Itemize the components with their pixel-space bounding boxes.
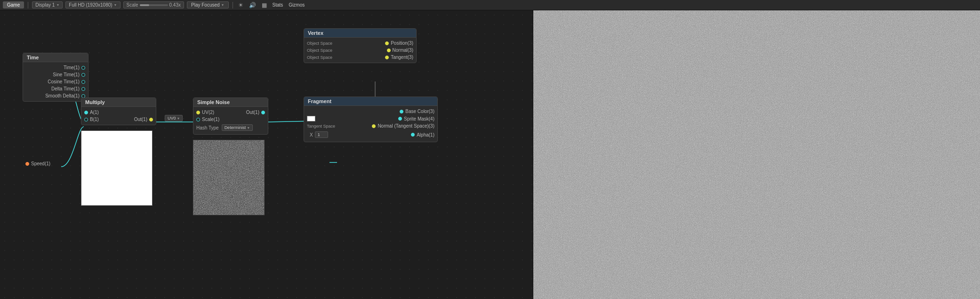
multiply-b-input-port[interactable]: [84, 118, 88, 121]
x-input-area: X 1: [307, 130, 331, 139]
speed-row: Speed(1): [23, 160, 84, 167]
audio-icon[interactable]: 🔊: [248, 2, 257, 8]
vertex-position-row: Object Space Position(3): [304, 40, 416, 47]
sine-time-port[interactable]: [81, 73, 85, 77]
smooth-delta-output-row: Smooth Delta(1): [23, 92, 88, 99]
speed-port[interactable]: [25, 162, 29, 166]
cosine-time-output-row: Cosine Time(1): [23, 78, 88, 85]
svg-rect-1: [193, 140, 265, 215]
separator: [28, 2, 28, 8]
noise-out-port[interactable]: [261, 111, 265, 114]
tab-game[interactable]: Game: [3, 1, 24, 8]
time-node-header: Time: [23, 53, 88, 62]
main-area: Time Time(1) Sine Time(1) Cosine Time(1)…: [0, 10, 980, 299]
scale-slider[interactable]: [140, 4, 168, 6]
separator: [233, 2, 233, 8]
sine-time-output-row: Sine Time(1): [23, 71, 88, 78]
fragment-node-body: Base Color(3) Sprite Mask(4) T: [304, 106, 437, 142]
multiply-node-body: A(1) B(1) Out(1): [81, 107, 156, 125]
gizmos-button[interactable]: Gizmos: [287, 2, 306, 8]
game-view: [533, 10, 980, 299]
base-color-row: Base Color(3): [304, 108, 437, 115]
game-noise-texture: [533, 10, 980, 299]
chevron-down-icon: ▼: [221, 3, 225, 7]
game-viewport: [533, 10, 980, 299]
white-swatch: [307, 116, 315, 121]
normal-tangent-row: Tangent Space Normal (Tangent Space)(3): [304, 122, 437, 129]
monitor-icon[interactable]: ▦: [260, 2, 268, 8]
noise-preview: [193, 140, 265, 215]
speed-node: Speed(1): [23, 160, 84, 167]
delta-time-output-row: Delta Time(1): [23, 85, 88, 92]
uv0-tag[interactable]: UV0 ▼: [165, 115, 183, 121]
fragment-node: Fragment Base Color(3): [304, 97, 438, 142]
svg-rect-2: [533, 10, 980, 299]
multiply-node: Multiply A(1) B(1) Out(1): [81, 97, 156, 125]
fragment-node-header: Fragment: [304, 97, 437, 106]
hash-type-row: Hash Type Determinist ▼: [193, 123, 268, 132]
stats-button[interactable]: Stats: [271, 2, 285, 8]
time-node: Time Time(1) Sine Time(1) Cosine Time(1)…: [23, 53, 88, 102]
top-bar: Game Display 1 ▼ Full HD (1920x1080) ▼ S…: [0, 0, 980, 10]
position-port[interactable]: [385, 41, 389, 45]
resolution-dropdown[interactable]: Full HD (1920x1080) ▼: [65, 1, 120, 8]
uv-input-row: UV(2) Out(1): [193, 109, 268, 116]
simple-noise-body: UV(2) Out(1) Scale(1) Hash Type: [193, 107, 268, 134]
multiply-a-input-port[interactable]: [84, 111, 88, 114]
hash-type-dropdown[interactable]: Determinist ▼: [222, 124, 253, 131]
vertex-node-body: Object Space Position(3) Object Space No…: [304, 38, 416, 63]
time-node-body: Time(1) Sine Time(1) Cosine Time(1) Delt…: [23, 62, 88, 101]
vertex-node-header: Vertex: [304, 29, 416, 38]
scale-dropdown[interactable]: Scale 0.43x: [123, 1, 184, 8]
vertex-normal-row: Object Space Normal(3): [304, 47, 416, 54]
alpha-port[interactable]: [411, 133, 415, 137]
scale-input-row: Scale(1): [193, 116, 268, 123]
vertex-node: Vertex Object Space Position(3) Object S…: [304, 28, 417, 63]
uv-input-port[interactable]: [196, 111, 200, 114]
chevron-down-icon: ▼: [177, 117, 180, 120]
play-focused-button[interactable]: Play Focused ▼: [187, 1, 229, 8]
alpha-x-input[interactable]: 1: [315, 131, 328, 138]
cosine-time-port[interactable]: [81, 80, 85, 84]
normal-port[interactable]: [387, 48, 391, 52]
display-dropdown[interactable]: Display 1 ▼: [32, 1, 63, 8]
multiply-a-row: A(1): [81, 109, 156, 116]
sprite-mask-port[interactable]: [398, 117, 402, 121]
shader-graph-editor[interactable]: Time Time(1) Sine Time(1) Cosine Time(1)…: [0, 10, 533, 299]
simple-noise-header: Simple Noise: [193, 98, 268, 107]
alpha-row: X 1 Alpha(1): [304, 129, 437, 140]
sun-icon[interactable]: ☀: [237, 2, 245, 8]
chevron-down-icon: ▼: [247, 126, 250, 129]
delta-time-port[interactable]: [81, 87, 85, 91]
normal-tangent-port[interactable]: [372, 124, 376, 128]
multiply-preview: [81, 130, 153, 206]
chevron-down-icon: ▼: [56, 3, 59, 7]
scale-input-port[interactable]: [196, 118, 200, 121]
chevron-down-icon: ▼: [114, 3, 117, 7]
time-output-row: Time(1): [23, 64, 88, 71]
simple-noise-node: Simple Noise UV(2) Out(1) Scale(1): [193, 97, 268, 135]
sprite-mask-row: Sprite Mask(4): [304, 115, 437, 122]
multiply-b-row: B(1) Out(1): [81, 116, 156, 123]
time-output-port[interactable]: [81, 66, 85, 70]
base-color-port[interactable]: [400, 110, 403, 113]
multiply-out-port[interactable]: [149, 118, 153, 121]
multiply-node-header: Multiply: [81, 98, 156, 107]
tangent-port[interactable]: [385, 56, 389, 59]
vertex-tangent-row: Object Space Tangent(3): [304, 54, 416, 61]
